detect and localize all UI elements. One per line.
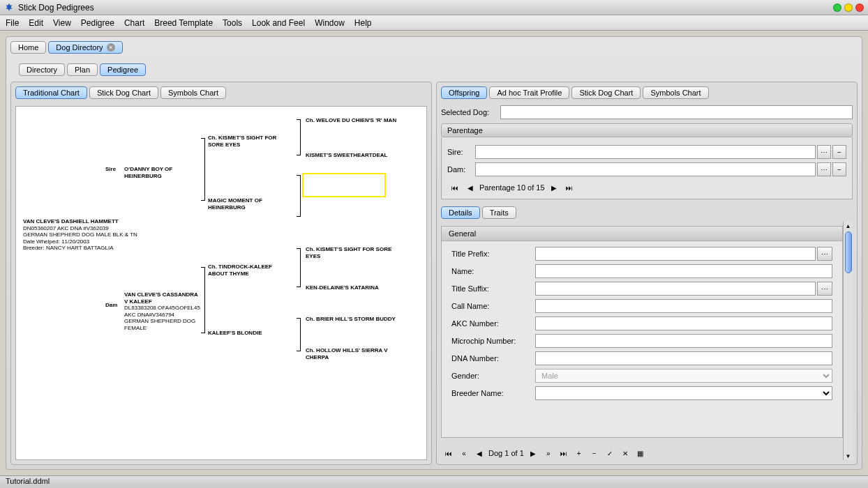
dog-nav: ⏮ « ◀ Dog 1 of 1 ▶ » ⏭ + − ✓ ✕ ▦ xyxy=(441,446,843,460)
close-icon[interactable]: × xyxy=(107,43,115,52)
sire-field-label: Sire: xyxy=(447,148,475,156)
sire-label: Sire xyxy=(105,166,116,172)
menu-help[interactable]: Help xyxy=(354,18,372,28)
subject-whelped: Date Whelped: 11/20/2003 xyxy=(23,238,149,245)
window-title: Stick Dog Pedigrees xyxy=(18,3,94,13)
subject-breeder: Breeder: NANCY HART BATTAGLIA xyxy=(23,245,149,252)
sire-input[interactable] xyxy=(475,145,816,159)
nav-prev-icon[interactable]: ◀ xyxy=(464,182,477,193)
general-panel: General Title Prefix:⋯ Name: Title Suffi… xyxy=(441,226,843,438)
name-input[interactable] xyxy=(535,264,832,278)
g4-6: KEN-DELAINE'S KATARINA xyxy=(306,284,403,291)
dog-confirm-icon[interactable]: ✓ xyxy=(604,448,616,459)
close-button[interactable] xyxy=(855,3,864,12)
details-scrollbar[interactable]: ▲ ▼ xyxy=(843,222,853,460)
chart-tabs: Traditional Chart Stick Dog Chart Symbol… xyxy=(15,86,427,99)
pedigree-chart[interactable]: VAN CLEVE'S DASHIELL HAMMETT DN05360207 … xyxy=(15,106,427,460)
dog-remove-icon[interactable]: − xyxy=(588,448,601,459)
g4-1: Ch. WELOVE DU CHIEN'S 'R' MAN xyxy=(306,117,403,124)
menu-file[interactable]: File xyxy=(6,18,19,28)
dna-number-input[interactable] xyxy=(535,351,832,365)
nav-first-icon[interactable]: ⏮ xyxy=(449,182,461,193)
minimize-button[interactable] xyxy=(833,3,841,12)
dog-nav-prev-icon[interactable]: ◀ xyxy=(473,448,486,459)
tab-home[interactable]: Home xyxy=(10,41,46,54)
gender-select[interactable]: Male xyxy=(535,369,832,383)
selected-dog-field xyxy=(500,105,853,119)
dam-remove-button[interactable]: − xyxy=(832,162,846,176)
sire-name: O'DANNY BOY OF HEINERBURG xyxy=(124,166,201,179)
tab-traditional-chart[interactable]: Traditional Chart xyxy=(15,86,87,99)
titlebar: Stick Dog Pedigrees xyxy=(0,0,868,15)
scroll-thumb[interactable] xyxy=(845,231,852,273)
menu-chart[interactable]: Chart xyxy=(124,18,144,28)
tab-directory[interactable]: Directory xyxy=(19,63,65,76)
general-header: General xyxy=(442,227,842,241)
status-filename: Tutorial.ddml xyxy=(6,477,50,485)
menu-pedigree[interactable]: Pedigree xyxy=(81,18,114,28)
tab-adhoc-trait[interactable]: Ad hoc Trait Profile xyxy=(489,86,569,99)
tab-stick-dog-chart[interactable]: Stick Dog Chart xyxy=(89,86,158,99)
dog-nav-last-icon[interactable]: ⏭ xyxy=(558,448,570,459)
nav-next-icon[interactable]: ▶ xyxy=(548,182,560,193)
selected-ancestor-box[interactable] xyxy=(302,173,386,197)
subject-reg: DN05360207 AKC DNA #V362039 xyxy=(23,225,149,232)
dog-nav-first-icon[interactable]: ⏮ xyxy=(442,448,455,459)
tab-details[interactable]: Details xyxy=(441,206,480,219)
title-suffix-input[interactable] xyxy=(535,282,816,296)
sire-sire: Ch. KISMET'S SIGHT FOR SORE EYES xyxy=(208,135,292,148)
menu-window[interactable]: Window xyxy=(315,18,345,28)
title-suffix-lookup-button[interactable]: ⋯ xyxy=(817,282,832,296)
menu-look-and-feel[interactable]: Look and Feel xyxy=(252,18,305,28)
tab-traits[interactable]: Traits xyxy=(482,206,516,219)
tab-symbols-chart-r[interactable]: Symbols Chart xyxy=(643,86,708,99)
scroll-up-icon[interactable]: ▲ xyxy=(844,222,853,230)
details-pane: Offspring Ad hoc Trait Profile Stick Dog… xyxy=(436,82,858,465)
call-name-input[interactable] xyxy=(535,299,832,313)
menu-breed-template[interactable]: Breed Template xyxy=(154,18,213,28)
sire-lookup-button[interactable]: ⋯ xyxy=(817,145,831,159)
dog-grid-icon[interactable]: ▦ xyxy=(634,448,647,459)
g4-7: Ch. BRIER HILL'S STORM BUDDY xyxy=(306,316,403,323)
dog-nav-next-icon[interactable]: ▶ xyxy=(527,448,539,459)
detail-tabs: Details Traits xyxy=(441,206,853,219)
tab-plan[interactable]: Plan xyxy=(67,63,98,76)
sire-remove-button[interactable]: − xyxy=(832,145,846,159)
parentage-nav: ⏮ ◀ Parentage 10 of 15 ▶ ⏭ xyxy=(447,181,846,195)
nav-last-icon[interactable]: ⏭ xyxy=(563,182,576,193)
dam-input[interactable] xyxy=(475,162,816,176)
menu-view[interactable]: View xyxy=(53,18,71,28)
dam-name: VAN CLEVE'S CASSANDRA V KALEEF xyxy=(124,291,201,305)
menu-edit[interactable]: Edit xyxy=(29,18,43,28)
sub-tabs: Directory Plan Pedigree xyxy=(19,63,858,76)
statusbar: Tutorial.ddml xyxy=(0,475,868,488)
tab-dog-directory[interactable]: Dog Directory × xyxy=(48,41,122,54)
akc-number-input[interactable] xyxy=(535,317,832,330)
g4-2: KISMET'S SWEETHEARTDEAL xyxy=(306,152,403,159)
microchip-input[interactable] xyxy=(535,334,832,348)
tab-stick-dog-chart-r[interactable]: Stick Dog Chart xyxy=(571,86,641,99)
app-icon xyxy=(4,3,14,13)
maximize-button[interactable] xyxy=(844,3,853,12)
title-prefix-lookup-button[interactable]: ⋯ xyxy=(817,247,832,261)
subject-breed: GERMAN SHEPHERD DOG MALE BLK & TN xyxy=(23,231,149,238)
dog-cancel-icon[interactable]: ✕ xyxy=(619,448,631,459)
menu-tools[interactable]: Tools xyxy=(223,18,242,28)
parentage-nav-text: Parentage 10 of 15 xyxy=(479,183,545,192)
scroll-down-icon[interactable]: ▼ xyxy=(844,452,853,460)
dam-lookup-button[interactable]: ⋯ xyxy=(817,162,831,176)
sire-dam: MAGIC MOMENT OF HEINERBURG xyxy=(208,197,292,211)
tab-symbols-chart[interactable]: Symbols Chart xyxy=(160,86,226,99)
tab-offspring[interactable]: Offspring xyxy=(441,86,487,99)
title-prefix-input[interactable] xyxy=(535,247,816,261)
dog-add-icon[interactable]: + xyxy=(573,448,585,459)
breeder-select[interactable] xyxy=(535,386,832,400)
parentage-header: Parentage xyxy=(441,123,853,137)
dog-nav-text: Dog 1 of 1 xyxy=(488,449,524,457)
tab-pedigree[interactable]: Pedigree xyxy=(100,63,146,76)
dog-nav-next-page-icon[interactable]: » xyxy=(542,448,555,459)
dam-dam: KALEEF'S BLONDIE xyxy=(208,330,292,337)
dog-nav-prev-page-icon[interactable]: « xyxy=(458,448,470,459)
selected-dog-label: Selected Dog: xyxy=(441,108,500,116)
menubar: File Edit View Pedigree Chart Breed Temp… xyxy=(0,15,868,31)
